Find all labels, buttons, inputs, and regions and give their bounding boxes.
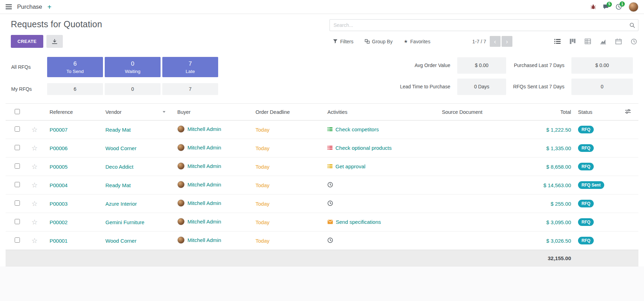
- buyer-link[interactable]: Mitchell Admin: [187, 200, 221, 206]
- add-tab-plus-icon[interactable]: +: [47, 3, 52, 10]
- column-vendor[interactable]: Vendor: [102, 104, 174, 120]
- pager-next-button[interactable]: [502, 36, 512, 47]
- row-checkbox[interactable]: [15, 182, 20, 187]
- list-view-icon[interactable]: [554, 38, 561, 44]
- buyer-link[interactable]: Mitchell Admin: [187, 145, 221, 150]
- table-row[interactable]: P00005 Deco Addict Mitchell Admin Today …: [6, 157, 638, 176]
- table-row[interactable]: P00006 Wood Corner Mitchell Admin Today …: [6, 139, 638, 157]
- optional-columns-icon[interactable]: [625, 109, 631, 114]
- create-button[interactable]: CREATE: [11, 35, 43, 48]
- calendar-view-icon[interactable]: [615, 38, 622, 44]
- column-order-deadline[interactable]: Order Deadline: [252, 104, 324, 120]
- favorite-star-icon[interactable]: [31, 144, 38, 152]
- reference-link[interactable]: P00005: [50, 164, 68, 170]
- avg-order-value[interactable]: $ 0.00: [457, 57, 506, 74]
- table-row[interactable]: P00002 Gemini Furniture Mitchell Admin T…: [6, 213, 638, 232]
- reference-link[interactable]: P00001: [50, 238, 68, 244]
- tasks-icon[interactable]: [327, 127, 333, 132]
- row-checkbox[interactable]: [15, 237, 20, 243]
- reference-link[interactable]: P00003: [50, 201, 68, 207]
- kanban-view-icon[interactable]: [570, 38, 576, 44]
- table-row[interactable]: P00003 Azure Interior Mitchell Admin Tod…: [6, 194, 638, 213]
- activity-label[interactable]: Get approval: [335, 163, 365, 169]
- filters-button[interactable]: Filters: [333, 39, 353, 44]
- debug-bug-icon[interactable]: [591, 4, 596, 9]
- clock-icon[interactable]: [327, 200, 333, 206]
- group-by-button[interactable]: Group By: [365, 39, 393, 44]
- search-icon[interactable]: [629, 22, 635, 28]
- vendor-link[interactable]: Wood Corner: [105, 238, 136, 244]
- reference-link[interactable]: P00006: [50, 145, 68, 151]
- vendor-link[interactable]: Wood Corner: [105, 145, 136, 151]
- column-reference[interactable]: Reference: [46, 104, 102, 120]
- table-row[interactable]: P00001 Wood Corner Mitchell Admin Today …: [6, 232, 638, 250]
- search-input[interactable]: [330, 19, 638, 31]
- messages-icon[interactable]: 5: [603, 4, 609, 10]
- row-checkbox[interactable]: [15, 145, 20, 150]
- tasks-icon[interactable]: [327, 145, 333, 150]
- buyer-link[interactable]: Mitchell Admin: [187, 219, 221, 225]
- activity-label[interactable]: Send specifications: [336, 219, 381, 225]
- row-checkbox[interactable]: [15, 126, 20, 132]
- vendor-link[interactable]: Deco Addict: [105, 164, 133, 170]
- buyer-link[interactable]: Mitchell Admin: [187, 126, 221, 132]
- column-status[interactable]: Status: [575, 104, 615, 120]
- table-row[interactable]: P00007 Ready Mat Mitchell Admin Today Ch…: [6, 120, 638, 139]
- row-checkbox[interactable]: [15, 163, 20, 169]
- buyer-link[interactable]: Mitchell Admin: [187, 237, 221, 243]
- graph-view-icon[interactable]: [600, 38, 606, 44]
- tile-waiting[interactable]: 0 Waiting: [105, 57, 161, 77]
- activity-view-icon[interactable]: [631, 38, 637, 45]
- row-checkbox[interactable]: [15, 200, 20, 206]
- app-name-menu[interactable]: Purchase: [17, 3, 42, 10]
- favorite-star-icon[interactable]: [31, 218, 38, 226]
- clock-icon[interactable]: [327, 237, 333, 243]
- column-activities[interactable]: Activities: [324, 104, 438, 120]
- vendor-link[interactable]: Ready Mat: [105, 182, 131, 188]
- envelope-icon[interactable]: [327, 220, 333, 224]
- reference-link[interactable]: P00002: [50, 219, 68, 225]
- my-late-count[interactable]: 7: [162, 83, 218, 95]
- vendor-link[interactable]: Gemini Furniture: [105, 219, 145, 225]
- table-row[interactable]: P00004 Ready Mat Mitchell Admin Today $ …: [6, 176, 638, 194]
- total-amount: $ 8,658.00: [546, 164, 571, 170]
- row-checkbox[interactable]: [15, 219, 20, 224]
- apps-menu-icon[interactable]: [6, 4, 12, 9]
- pager-previous-button[interactable]: [490, 36, 501, 47]
- activity-label[interactable]: Check competitors: [335, 126, 379, 132]
- favorite-star-icon[interactable]: [31, 200, 38, 207]
- buyer-link[interactable]: Mitchell Admin: [187, 182, 221, 188]
- clock-icon[interactable]: [327, 182, 333, 188]
- pivot-view-icon[interactable]: [585, 38, 591, 44]
- tile-late[interactable]: 7 Late: [162, 57, 218, 77]
- favorite-star-icon[interactable]: [31, 237, 38, 244]
- order-deadline-value: Today: [256, 219, 269, 225]
- favorite-star-icon[interactable]: [31, 181, 38, 189]
- favorites-button[interactable]: Favorites: [404, 39, 430, 44]
- purchased-last-7-days[interactable]: $ 0.00: [571, 57, 633, 74]
- column-buyer[interactable]: Buyer: [174, 104, 252, 120]
- vendor-link[interactable]: Azure Interior: [105, 201, 137, 207]
- column-total[interactable]: Total: [529, 104, 575, 120]
- rfqs-sent-value[interactable]: 0: [571, 79, 633, 95]
- reference-link[interactable]: P00004: [50, 182, 68, 188]
- favorite-star-icon[interactable]: [31, 126, 38, 133]
- my-waiting-count[interactable]: 0: [105, 83, 161, 95]
- select-all-checkbox[interactable]: [15, 109, 20, 114]
- buyer-avatar: [177, 125, 185, 133]
- activities-icon[interactable]: 1: [616, 4, 622, 10]
- tasks-icon[interactable]: [327, 164, 333, 169]
- vendor-link[interactable]: Ready Mat: [105, 127, 131, 133]
- star-column-header: [28, 104, 46, 120]
- user-avatar[interactable]: [629, 2, 638, 12]
- export-button[interactable]: [46, 35, 63, 48]
- reference-link[interactable]: P00007: [50, 127, 68, 133]
- lead-time-value[interactable]: 0 Days: [457, 79, 506, 95]
- my-to-send-count[interactable]: 6: [47, 83, 103, 95]
- favorite-star-icon[interactable]: [31, 163, 38, 170]
- column-source-document[interactable]: Source Document: [438, 104, 529, 120]
- late-label: Late: [186, 69, 195, 74]
- activity-label[interactable]: Check optional products: [335, 145, 392, 151]
- buyer-link[interactable]: Mitchell Admin: [187, 163, 221, 169]
- tile-to-send[interactable]: 6 To Send: [47, 57, 103, 77]
